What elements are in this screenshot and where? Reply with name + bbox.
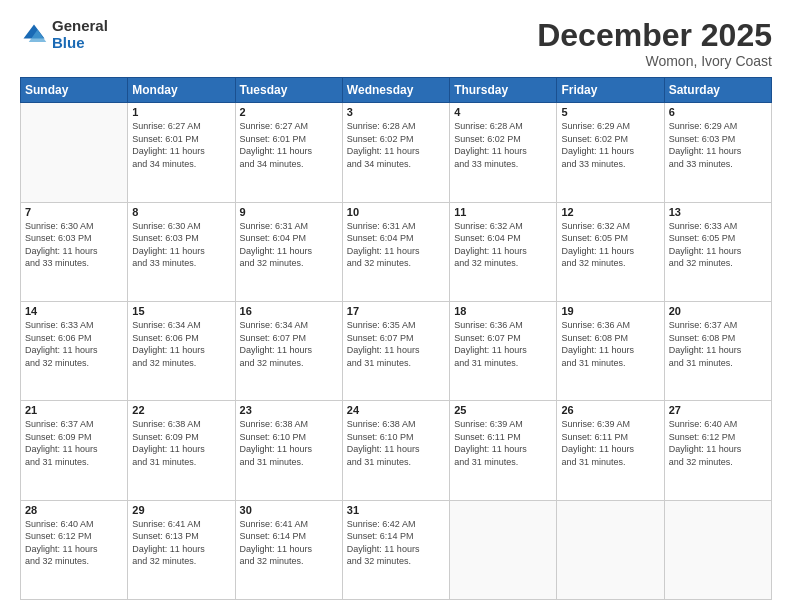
calendar-cell [664, 500, 771, 599]
day-info: Sunrise: 6:33 AM Sunset: 6:06 PM Dayligh… [25, 319, 123, 369]
day-number: 26 [561, 404, 659, 416]
calendar-cell: 27Sunrise: 6:40 AM Sunset: 6:12 PM Dayli… [664, 401, 771, 500]
day-info: Sunrise: 6:30 AM Sunset: 6:03 PM Dayligh… [132, 220, 230, 270]
calendar-cell: 24Sunrise: 6:38 AM Sunset: 6:10 PM Dayli… [342, 401, 449, 500]
day-number: 13 [669, 206, 767, 218]
day-number: 27 [669, 404, 767, 416]
day-info: Sunrise: 6:28 AM Sunset: 6:02 PM Dayligh… [454, 120, 552, 170]
calendar-header-row: SundayMondayTuesdayWednesdayThursdayFrid… [21, 78, 772, 103]
day-number: 2 [240, 106, 338, 118]
day-info: Sunrise: 6:41 AM Sunset: 6:14 PM Dayligh… [240, 518, 338, 568]
logo: General Blue [20, 18, 108, 51]
calendar-cell: 25Sunrise: 6:39 AM Sunset: 6:11 PM Dayli… [450, 401, 557, 500]
day-info: Sunrise: 6:36 AM Sunset: 6:08 PM Dayligh… [561, 319, 659, 369]
day-info: Sunrise: 6:42 AM Sunset: 6:14 PM Dayligh… [347, 518, 445, 568]
day-number: 10 [347, 206, 445, 218]
day-number: 18 [454, 305, 552, 317]
calendar-cell: 14Sunrise: 6:33 AM Sunset: 6:06 PM Dayli… [21, 301, 128, 400]
calendar-cell: 8Sunrise: 6:30 AM Sunset: 6:03 PM Daylig… [128, 202, 235, 301]
day-number: 21 [25, 404, 123, 416]
day-info: Sunrise: 6:39 AM Sunset: 6:11 PM Dayligh… [454, 418, 552, 468]
day-info: Sunrise: 6:29 AM Sunset: 6:03 PM Dayligh… [669, 120, 767, 170]
day-number: 29 [132, 504, 230, 516]
day-info: Sunrise: 6:39 AM Sunset: 6:11 PM Dayligh… [561, 418, 659, 468]
day-number: 15 [132, 305, 230, 317]
calendar-header-sunday: Sunday [21, 78, 128, 103]
calendar-cell: 7Sunrise: 6:30 AM Sunset: 6:03 PM Daylig… [21, 202, 128, 301]
day-info: Sunrise: 6:40 AM Sunset: 6:12 PM Dayligh… [669, 418, 767, 468]
day-number: 28 [25, 504, 123, 516]
calendar-cell: 2Sunrise: 6:27 AM Sunset: 6:01 PM Daylig… [235, 103, 342, 202]
calendar-cell [21, 103, 128, 202]
day-number: 19 [561, 305, 659, 317]
calendar-cell [557, 500, 664, 599]
day-number: 11 [454, 206, 552, 218]
day-number: 3 [347, 106, 445, 118]
calendar-week-4: 21Sunrise: 6:37 AM Sunset: 6:09 PM Dayli… [21, 401, 772, 500]
day-number: 8 [132, 206, 230, 218]
day-number: 12 [561, 206, 659, 218]
calendar-cell: 6Sunrise: 6:29 AM Sunset: 6:03 PM Daylig… [664, 103, 771, 202]
calendar-cell: 29Sunrise: 6:41 AM Sunset: 6:13 PM Dayli… [128, 500, 235, 599]
day-number: 7 [25, 206, 123, 218]
calendar-cell: 4Sunrise: 6:28 AM Sunset: 6:02 PM Daylig… [450, 103, 557, 202]
calendar-header-friday: Friday [557, 78, 664, 103]
calendar-week-3: 14Sunrise: 6:33 AM Sunset: 6:06 PM Dayli… [21, 301, 772, 400]
day-info: Sunrise: 6:35 AM Sunset: 6:07 PM Dayligh… [347, 319, 445, 369]
calendar-cell: 26Sunrise: 6:39 AM Sunset: 6:11 PM Dayli… [557, 401, 664, 500]
calendar-cell: 13Sunrise: 6:33 AM Sunset: 6:05 PM Dayli… [664, 202, 771, 301]
day-info: Sunrise: 6:32 AM Sunset: 6:04 PM Dayligh… [454, 220, 552, 270]
day-number: 30 [240, 504, 338, 516]
day-info: Sunrise: 6:40 AM Sunset: 6:12 PM Dayligh… [25, 518, 123, 568]
day-info: Sunrise: 6:32 AM Sunset: 6:05 PM Dayligh… [561, 220, 659, 270]
calendar-cell: 28Sunrise: 6:40 AM Sunset: 6:12 PM Dayli… [21, 500, 128, 599]
calendar-cell: 10Sunrise: 6:31 AM Sunset: 6:04 PM Dayli… [342, 202, 449, 301]
calendar-cell: 19Sunrise: 6:36 AM Sunset: 6:08 PM Dayli… [557, 301, 664, 400]
calendar-cell: 20Sunrise: 6:37 AM Sunset: 6:08 PM Dayli… [664, 301, 771, 400]
calendar-cell: 15Sunrise: 6:34 AM Sunset: 6:06 PM Dayli… [128, 301, 235, 400]
day-number: 22 [132, 404, 230, 416]
calendar-week-1: 1Sunrise: 6:27 AM Sunset: 6:01 PM Daylig… [21, 103, 772, 202]
day-info: Sunrise: 6:28 AM Sunset: 6:02 PM Dayligh… [347, 120, 445, 170]
calendar-cell: 16Sunrise: 6:34 AM Sunset: 6:07 PM Dayli… [235, 301, 342, 400]
day-number: 9 [240, 206, 338, 218]
day-number: 5 [561, 106, 659, 118]
calendar-cell: 1Sunrise: 6:27 AM Sunset: 6:01 PM Daylig… [128, 103, 235, 202]
day-info: Sunrise: 6:37 AM Sunset: 6:08 PM Dayligh… [669, 319, 767, 369]
day-number: 4 [454, 106, 552, 118]
page: General Blue December 2025 Womon, Ivory … [0, 0, 792, 612]
day-number: 1 [132, 106, 230, 118]
calendar-cell: 5Sunrise: 6:29 AM Sunset: 6:02 PM Daylig… [557, 103, 664, 202]
main-title: December 2025 [537, 18, 772, 53]
day-number: 24 [347, 404, 445, 416]
day-number: 23 [240, 404, 338, 416]
day-info: Sunrise: 6:37 AM Sunset: 6:09 PM Dayligh… [25, 418, 123, 468]
calendar-table: SundayMondayTuesdayWednesdayThursdayFrid… [20, 77, 772, 600]
calendar-cell: 31Sunrise: 6:42 AM Sunset: 6:14 PM Dayli… [342, 500, 449, 599]
calendar-cell: 30Sunrise: 6:41 AM Sunset: 6:14 PM Dayli… [235, 500, 342, 599]
day-info: Sunrise: 6:27 AM Sunset: 6:01 PM Dayligh… [132, 120, 230, 170]
calendar-cell: 12Sunrise: 6:32 AM Sunset: 6:05 PM Dayli… [557, 202, 664, 301]
calendar-cell: 21Sunrise: 6:37 AM Sunset: 6:09 PM Dayli… [21, 401, 128, 500]
calendar-week-2: 7Sunrise: 6:30 AM Sunset: 6:03 PM Daylig… [21, 202, 772, 301]
calendar-cell: 22Sunrise: 6:38 AM Sunset: 6:09 PM Dayli… [128, 401, 235, 500]
day-number: 20 [669, 305, 767, 317]
day-info: Sunrise: 6:29 AM Sunset: 6:02 PM Dayligh… [561, 120, 659, 170]
day-number: 17 [347, 305, 445, 317]
calendar-header-tuesday: Tuesday [235, 78, 342, 103]
day-info: Sunrise: 6:27 AM Sunset: 6:01 PM Dayligh… [240, 120, 338, 170]
logo-text: General Blue [52, 18, 108, 51]
day-number: 6 [669, 106, 767, 118]
calendar-cell: 17Sunrise: 6:35 AM Sunset: 6:07 PM Dayli… [342, 301, 449, 400]
day-info: Sunrise: 6:38 AM Sunset: 6:09 PM Dayligh… [132, 418, 230, 468]
day-info: Sunrise: 6:33 AM Sunset: 6:05 PM Dayligh… [669, 220, 767, 270]
day-number: 31 [347, 504, 445, 516]
logo-general: General [52, 18, 108, 35]
day-info: Sunrise: 6:41 AM Sunset: 6:13 PM Dayligh… [132, 518, 230, 568]
logo-blue: Blue [52, 35, 108, 52]
day-number: 25 [454, 404, 552, 416]
day-info: Sunrise: 6:34 AM Sunset: 6:07 PM Dayligh… [240, 319, 338, 369]
day-info: Sunrise: 6:36 AM Sunset: 6:07 PM Dayligh… [454, 319, 552, 369]
calendar-header-wednesday: Wednesday [342, 78, 449, 103]
calendar-header-thursday: Thursday [450, 78, 557, 103]
